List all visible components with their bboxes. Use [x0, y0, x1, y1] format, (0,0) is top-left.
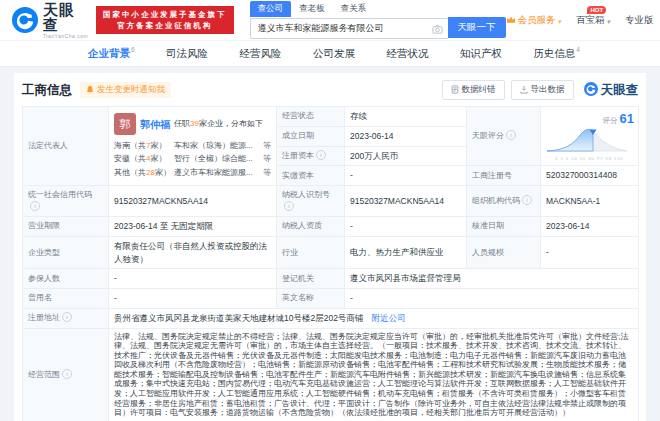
- field-value: -: [345, 166, 467, 186]
- field-value: 有限责任公司（非自然人投资或控股的法人独资）: [109, 236, 277, 269]
- hot-badge: HOT: [587, 6, 606, 14]
- data-correction-button[interactable]: 数据纠错: [442, 80, 505, 100]
- field-value: -: [109, 289, 277, 309]
- nav-toolbox[interactable]: HOT 百宝箱: [576, 14, 610, 27]
- nav-member-services[interactable]: 会员服务: [506, 14, 562, 27]
- nearby-companies-link[interactable]: 附近公司: [372, 313, 406, 323]
- field-label: 登记机关: [277, 269, 345, 289]
- avatar[interactable]: 郭: [114, 113, 136, 135]
- field-label: 组织机构代码: [467, 186, 541, 217]
- slogan-line-1: 国家中小企业发展子基金旗下: [103, 9, 227, 20]
- tab-intellectual-property[interactable]: 知识产权: [460, 47, 502, 61]
- logo-domain: TianYanCha.com: [43, 34, 88, 39]
- business-info-table: 法定代表人 郭 郭仲福 任职39家企业，分布如下 海南（共7家） 车和家（琼海）…: [22, 106, 639, 421]
- tianyancha-logo[interactable]: 天眼查 TianYanCha.com: [12, 2, 88, 39]
- company-section-tabs: 企业背景6 司法风险 经营风险 公司发展 经营状况 知识产权 历史信息4: [0, 40, 660, 67]
- score-distribution-chart: [545, 125, 629, 153]
- field-label: 法定代表人: [23, 107, 109, 186]
- field-label: 纳税人资质: [277, 217, 345, 237]
- field-value: 2023-06-14 至 无固定期限: [109, 217, 277, 237]
- field-value: 2023-06-14: [541, 217, 639, 237]
- field-label: 工商注册号: [467, 166, 541, 186]
- info-icon[interactable]: [506, 130, 516, 140]
- related-company-link[interactable]: 车和家（琼海）能源...: [174, 139, 263, 152]
- info-icon[interactable]: [522, 195, 532, 205]
- tianyancha-logo-icon: [584, 82, 598, 99]
- official-slogan-badge: 国家中小企业发展子基金旗下 官方备案企业征信机构: [96, 6, 234, 35]
- info-icon[interactable]: [30, 201, 40, 211]
- search-area: 查公司 查老板 查关系 天眼一下: [250, 3, 506, 38]
- search-tab-relation[interactable]: 查关系: [333, 1, 375, 17]
- field-label: 注册资本: [277, 146, 345, 166]
- tab-history-info[interactable]: 历史信息4: [533, 46, 580, 61]
- tab-count: 6: [131, 46, 135, 53]
- field-label: 经营范围: [23, 328, 109, 421]
- field-value: 520327000314408: [541, 166, 639, 186]
- field-value: 200万人民币: [345, 146, 467, 166]
- tab-operation-risk[interactable]: 经营风险: [240, 47, 282, 61]
- field-label: 纳税人识别号: [277, 186, 345, 217]
- tab-count: 4: [576, 46, 580, 53]
- slogan-line-2: 官方备案企业征信机构: [103, 20, 227, 31]
- info-icon[interactable]: [284, 201, 294, 211]
- field-value: -: [109, 269, 277, 289]
- info-icon[interactable]: [62, 312, 72, 322]
- tianyan-score-cell: 评分61: [541, 107, 639, 166]
- top-header: 天眼查 TianYanCha.com 国家中小企业发展子基金旗下 官方备案企业征…: [0, 0, 660, 40]
- info-icon[interactable]: [62, 369, 72, 379]
- chevron-down-icon: [558, 15, 562, 26]
- nav-pro-version[interactable]: 专业版: [625, 14, 654, 27]
- download-icon: [520, 85, 528, 96]
- field-label: 曾用名: [23, 289, 109, 309]
- info-icon[interactable]: [316, 150, 326, 160]
- tab-operation-status[interactable]: 经营状况: [386, 47, 428, 61]
- top-nav: 会员服务 HOT 百宝箱 专业版 消息中心 马尔萨月: [506, 14, 660, 27]
- field-label: 核准日期: [467, 217, 541, 237]
- field-label: 成立日期: [277, 126, 345, 146]
- score-value: 61: [620, 111, 634, 126]
- card-header: 工商信息 发生变更时通知我 数据纠错: [14, 73, 646, 106]
- field-value: -: [345, 217, 467, 237]
- field-label: 英文名称: [277, 289, 345, 309]
- camera-icon[interactable]: [432, 21, 443, 39]
- field-label: 统一社会信用代码: [23, 186, 109, 217]
- field-value: MACKN5AA-1: [541, 186, 639, 217]
- section-title: 工商信息: [22, 82, 72, 99]
- field-value: 2023-06-14: [345, 126, 467, 146]
- score-axis-ticks: 0 1 5 10 50 80 97 98 100: [545, 157, 634, 161]
- field-label: 实缴资本: [277, 166, 345, 186]
- tianyancha-watermark: 天眼查: [584, 82, 639, 99]
- logo-title: 天眼查: [43, 2, 88, 32]
- page: 天眼查 TianYanCha.com 国家中小企业发展子基金旗下 官方备案企业征…: [0, 0, 660, 421]
- related-company-link[interactable]: 遵义市车和家能源服...: [174, 166, 263, 179]
- chevron-down-icon: [607, 15, 611, 26]
- search-tab-company[interactable]: 查公司: [250, 1, 292, 17]
- tab-judicial-risk[interactable]: 司法风险: [166, 47, 208, 61]
- tianyancha-logo-icon: [12, 7, 38, 33]
- related-company-link[interactable]: 智行（全椒）综合能...: [174, 152, 263, 165]
- field-value: 贵州省遵义市凤冈县龙泉街道美家天地建材城10号楼2层202号商铺 附近公司: [109, 308, 639, 328]
- search-button[interactable]: 天眼一下: [448, 17, 506, 38]
- field-label: 参保人数: [23, 269, 109, 289]
- field-label: 企业类型: [23, 236, 109, 269]
- field-label: 天眼评分: [467, 107, 541, 166]
- distribution-row: 安徽（共4家） 智行（全椒）综合能... 等: [114, 152, 271, 165]
- field-value: -: [541, 236, 639, 269]
- change-notify-badge[interactable]: 发生变更时通知我: [80, 82, 171, 98]
- search-input[interactable]: [250, 18, 448, 39]
- distribution-row: 海南（共7家） 车和家（琼海）能源... 等: [114, 139, 271, 152]
- field-value: 91520327MACKN5AA14: [109, 186, 277, 217]
- registered-address: 贵州省遵义市凤冈县龙泉街道美家天地建材城10号楼2层202号商铺: [114, 313, 363, 323]
- bell-icon: [86, 85, 94, 96]
- legal-representative-link[interactable]: 郭仲福: [140, 117, 170, 132]
- field-value: 电力、热力生产和供应业: [345, 236, 467, 269]
- export-data-button[interactable]: 导出数据: [511, 80, 574, 100]
- tab-company-background[interactable]: 企业背景6: [88, 46, 135, 61]
- field-value: 91520327MACKN5AA14: [345, 186, 467, 217]
- field-value: 遵义市凤冈县市场监督管理局: [345, 269, 639, 289]
- tab-company-development[interactable]: 公司发展: [313, 47, 355, 61]
- main-content: 工商信息 发生变更时通知我 数据纠错: [0, 67, 660, 421]
- search-tab-boss[interactable]: 查老板: [291, 1, 333, 17]
- field-label: 营业期限: [23, 217, 109, 237]
- field-label: 经营状态: [277, 107, 345, 127]
